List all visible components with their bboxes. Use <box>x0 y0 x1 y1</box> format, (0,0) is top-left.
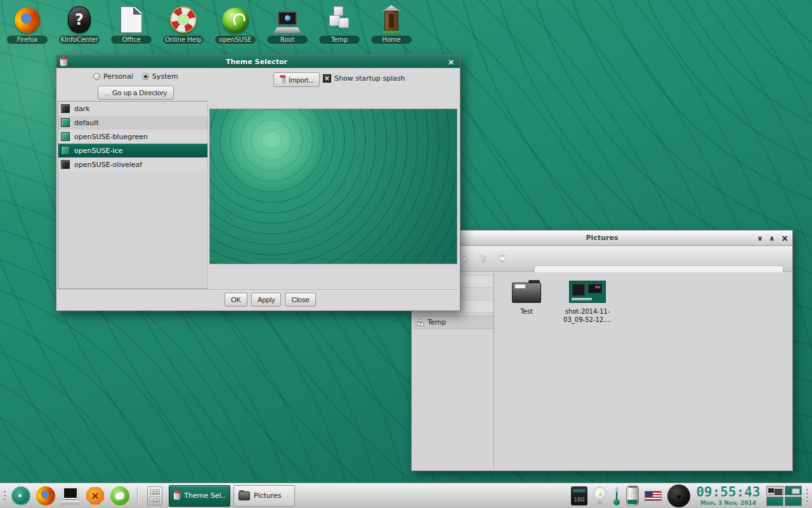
window-title: Theme Selector <box>67 58 446 66</box>
folder-icon <box>512 280 541 303</box>
theme-swatch-icon <box>61 132 70 141</box>
file-label: shot-2014-11- 03_09-52-12.... <box>563 308 612 324</box>
tray-badge-160-icon[interactable]: 160 <box>571 486 587 505</box>
desktop-icon-home[interactable]: Home <box>367 3 416 44</box>
thermometer-icon[interactable] <box>613 486 620 505</box>
opensuse-menu-icon <box>11 486 30 505</box>
maximize-icon[interactable]: ∧ <box>769 235 775 242</box>
theme-swatch-icon <box>61 146 70 155</box>
theme-swatch-icon <box>61 118 70 127</box>
theme-list-item-dark[interactable]: dark <box>58 102 207 116</box>
pictures-body: Temp Test shot-2014-11- 03_09-52-12.... <box>413 272 791 469</box>
theme-scope-radios: Personal System <box>93 72 178 81</box>
theme-list: dark default openSUSE-bluegreen openSUSE… <box>58 101 208 289</box>
favorites-heart-icon[interactable]: ♥ <box>493 255 512 264</box>
refresh-icon[interactable]: ↻ <box>474 255 493 264</box>
file-item-test-folder[interactable]: Test <box>499 277 554 324</box>
launcher-opensuse-menu[interactable] <box>10 485 32 507</box>
desktop-icon-row: Firefox ? KInfoCenter Office Online Help… <box>3 3 416 44</box>
close-icon[interactable]: × <box>781 234 789 243</box>
taskbar-task-theme-selector[interactable]: Theme Sel... <box>169 485 230 507</box>
file-list: Test shot-2014-11- 03_09-52-12.... <box>499 277 615 324</box>
desktop-icon-root[interactable]: Root <box>263 3 312 44</box>
desktop-icon-opensuse[interactable]: openSUSE <box>211 3 260 44</box>
desktop-icon-kinfocenter[interactable]: ? KInfoCenter <box>55 3 104 44</box>
sidebar-item-label: Temp <box>428 318 446 326</box>
theme-name: openSUSE-bluegreen <box>74 133 148 141</box>
lifebuoy-help-icon <box>170 6 197 33</box>
desktop-icon-label: Office <box>110 35 152 44</box>
firefox-icon <box>36 486 55 505</box>
lightbulb-icon[interactable] <box>593 486 607 505</box>
x-hexagon-icon: × <box>86 487 104 505</box>
screenshot-thumbnail-icon <box>569 281 606 303</box>
volume-knob-icon[interactable] <box>667 485 690 507</box>
theme-list-item-default[interactable]: default <box>58 116 207 130</box>
desktop-icon-label: Temp <box>318 35 360 44</box>
desktop-icon-label: Root <box>266 35 308 44</box>
launcher-gnu-app[interactable] <box>109 485 131 507</box>
desktop-icon-temp[interactable]: Temp <box>315 3 364 44</box>
theme-list-item-bluegreen[interactable]: openSUSE-bluegreen <box>58 130 207 144</box>
radio-system[interactable]: System <box>142 72 178 81</box>
office-document-icon <box>121 6 142 33</box>
panel-clock[interactable]: 09:55:43 Mon, 3 Nov, 2014 <box>693 486 763 506</box>
firefox-icon <box>15 8 40 33</box>
sidebar-item-temp[interactable]: Temp <box>413 316 494 329</box>
theme-list-item-oliveleaf[interactable]: openSUSE-oliveleaf <box>58 157 207 171</box>
laptop-icon <box>273 11 301 33</box>
kinfocenter-icon: ? <box>68 6 91 33</box>
launcher-firefox[interactable] <box>35 485 56 507</box>
us-flag-keyboard-layout-icon[interactable] <box>645 491 662 501</box>
battery-icon[interactable] <box>626 486 639 505</box>
panel-hide-handle-right[interactable] <box>805 486 809 505</box>
theme-selector-titlebar[interactable]: Theme Selector × <box>56 55 460 68</box>
apply-button[interactable]: Apply <box>251 293 282 307</box>
pictures-titlebar[interactable]: Pictures ∨ ∧ × <box>412 231 792 246</box>
theme-name: default <box>74 119 99 127</box>
desktop-wallpaper: Firefox ? KInfoCenter Office Online Help… <box>0 0 812 508</box>
system-tray: 160 <box>571 485 690 507</box>
dialog-buttons: OK Apply Close <box>225 293 316 307</box>
paint-bucket-icon <box>280 76 285 83</box>
panel-hide-handle[interactable] <box>3 486 7 505</box>
launcher-terminal[interactable] <box>60 485 81 507</box>
dialog-separator <box>58 290 459 291</box>
theme-list-item-ice-selected[interactable]: openSUSE-ice <box>58 144 207 157</box>
desktop-icon-office[interactable]: Office <box>107 3 156 44</box>
close-icon[interactable]: × <box>446 57 456 67</box>
file-item-screenshot[interactable]: shot-2014-11- 03_09-52-12.... <box>560 277 615 324</box>
taskbar-task-pictures[interactable]: Pictures <box>233 485 295 507</box>
desktop-icon-firefox[interactable]: Firefox <box>3 3 52 44</box>
checkbox-label: Show startup splash <box>334 74 405 83</box>
theme-selector-window: Theme Selector × Personal System Import.… <box>56 55 461 311</box>
paint-bucket-icon <box>60 58 67 66</box>
launcher-file-cabinet[interactable] <box>144 485 166 507</box>
minimize-icon[interactable]: ∨ <box>757 235 763 242</box>
pager-desktop-1[interactable] <box>766 486 783 495</box>
radio-personal[interactable]: Personal <box>93 72 133 81</box>
desktop-icon-online-help[interactable]: Online Help <box>159 3 208 44</box>
gnu-sphere-icon <box>110 486 129 505</box>
show-splash-checkbox[interactable]: × Show startup splash <box>323 74 405 83</box>
desktop-pager <box>766 486 802 506</box>
desktop-icon-label: Home <box>370 35 412 44</box>
theme-name: dark <box>74 105 90 113</box>
pager-desktop-4[interactable] <box>785 497 802 506</box>
desktop-icon-label: openSUSE <box>214 35 256 44</box>
launcher-x-app[interactable]: × <box>84 485 106 507</box>
go-up-directory-button[interactable]: ∧ Go up a Directory <box>98 86 174 100</box>
import-button[interactable]: Import... <box>273 72 320 87</box>
opensuse-gecko-icon <box>222 8 249 33</box>
temp-folder-icon <box>417 319 424 326</box>
radio-label: Personal <box>103 72 133 81</box>
desktop-icon-label: Firefox <box>6 35 48 44</box>
pager-desktop-2[interactable] <box>785 486 802 495</box>
close-button[interactable]: Close <box>285 293 315 307</box>
pager-desktop-3[interactable] <box>766 497 783 506</box>
theme-swatch-icon <box>61 104 70 113</box>
ok-button[interactable]: OK <box>225 293 247 307</box>
panel-divider <box>137 487 138 505</box>
radio-circle-icon <box>93 73 100 80</box>
desktop-icon-label: Online Help <box>162 35 204 44</box>
